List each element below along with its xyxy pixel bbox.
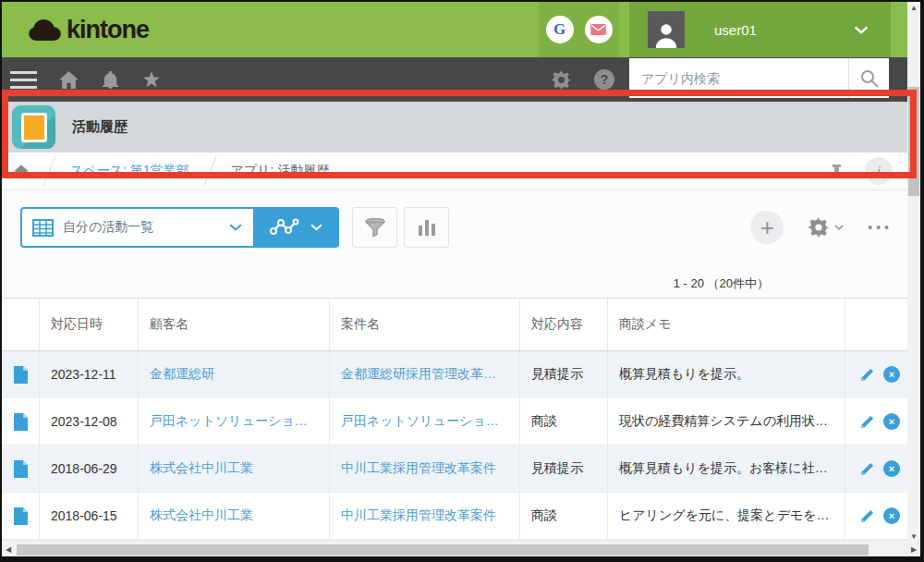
- cell-type: 商談: [520, 398, 608, 445]
- row-actions: ×: [845, 398, 907, 445]
- bar-chart-icon: [419, 220, 435, 236]
- vertical-scrollbar[interactable]: ▲ ▼: [907, 2, 920, 544]
- cell-date: 2018-06-15: [40, 493, 139, 539]
- scroll-down-arrow[interactable]: ▼: [907, 531, 920, 544]
- search-input[interactable]: [629, 58, 848, 98]
- horizontal-scrollbar[interactable]: ◀ ▶: [2, 544, 920, 556]
- cell-date: 2018-06-29: [40, 446, 139, 492]
- table-header-row: 対応日時 顧客名 案件名 対応内容 商談メモ: [2, 298, 907, 351]
- record-actions: + •••: [750, 207, 893, 248]
- cell-memo: 概算見積もりを提示。: [608, 351, 845, 397]
- scroll-right-arrow[interactable]: ▶: [907, 544, 920, 556]
- cell-customer-link[interactable]: 戸田ネットソリューショ…: [139, 398, 330, 445]
- view-dropdown[interactable]: 自分の活動一覧: [22, 209, 253, 246]
- filter-button[interactable]: [352, 207, 397, 248]
- cell-case-link[interactable]: 金都運総研採用管理改革…: [330, 351, 520, 397]
- scroll-up-arrow[interactable]: ▲: [907, 2, 920, 15]
- row-actions: ×: [845, 446, 907, 492]
- add-record-button[interactable]: +: [750, 211, 784, 244]
- cell-type: 商談: [520, 493, 608, 539]
- global-navbar: ?: [2, 57, 907, 102]
- cell-case-link[interactable]: 戸田ネットソリューショ…: [330, 398, 520, 445]
- delete-icon[interactable]: ×: [883, 460, 900, 477]
- record-file-icon[interactable]: [2, 446, 40, 492]
- breadcrumb-space-link[interactable]: スペース: 第1営業部: [70, 163, 189, 179]
- breadcrumb-separator: [203, 156, 216, 186]
- home-icon[interactable]: [59, 71, 79, 89]
- breadcrumb-home-icon[interactable]: [14, 165, 29, 178]
- navbar-right-icons: ?: [551, 57, 614, 102]
- header-actions-column: [845, 299, 907, 350]
- app-search-box: [629, 58, 889, 98]
- record-table: 対応日時 顧客名 案件名 対応内容 商談メモ 2023-12-11 金都運総研 …: [2, 298, 907, 550]
- avatar: [648, 11, 685, 48]
- chevron-down-icon: [854, 26, 869, 34]
- star-icon[interactable]: [142, 71, 161, 89]
- horizontal-scrollbar-thumb[interactable]: [17, 544, 869, 556]
- global-header: kintone G user01: [2, 2, 907, 57]
- cell-type: 見積提示: [520, 351, 608, 397]
- app-icon: [12, 105, 55, 149]
- app-settings-button[interactable]: [808, 216, 844, 238]
- cell-customer-link[interactable]: 株式会社中川工業: [139, 493, 330, 539]
- search-button[interactable]: [848, 58, 889, 98]
- cell-type: 見積提示: [520, 446, 608, 492]
- edit-icon[interactable]: [859, 461, 875, 477]
- pagination-label: 1 - 20 （20件中）: [674, 275, 769, 292]
- record-file-icon[interactable]: [2, 351, 40, 397]
- help-icon[interactable]: ?: [594, 69, 614, 90]
- graph-view-button[interactable]: [253, 209, 337, 246]
- cell-memo: 現状の経費精算システムの利用状…: [608, 398, 845, 445]
- record-file-icon[interactable]: [2, 493, 40, 539]
- google-icon[interactable]: G: [546, 16, 574, 43]
- kintone-logo[interactable]: kintone: [28, 16, 149, 44]
- header-type: 対応内容: [520, 299, 608, 350]
- chart-button[interactable]: [404, 207, 449, 248]
- scroll-left-arrow[interactable]: ◀: [2, 544, 15, 556]
- cell-memo: 概算見積もりを提示。お客様に社…: [608, 446, 845, 492]
- kintone-app-window: kintone G user01: [0, 0, 924, 562]
- row-actions: ×: [845, 493, 907, 539]
- line-chart-icon: [269, 217, 302, 238]
- info-icon[interactable]: i: [865, 157, 893, 185]
- gear-icon[interactable]: [551, 69, 572, 91]
- cell-customer-link[interactable]: 株式会社中川工業: [139, 446, 330, 492]
- search-icon: [860, 69, 879, 88]
- vertical-scrollbar-thumb[interactable]: [908, 87, 919, 196]
- logo-text: kintone: [67, 16, 149, 44]
- cell-date: 2023-12-11: [40, 351, 139, 397]
- hamburger-menu-icon[interactable]: [10, 71, 37, 89]
- bell-icon[interactable]: [103, 71, 118, 89]
- cell-customer-link[interactable]: 金都運総研: [139, 351, 330, 397]
- cloud-icon: [28, 19, 61, 41]
- header-icon-column: [2, 299, 40, 350]
- row-actions: ×: [845, 351, 907, 397]
- edit-icon[interactable]: [859, 367, 875, 383]
- mail-icon[interactable]: [585, 16, 613, 43]
- edit-icon[interactable]: [859, 508, 875, 524]
- table-row: 2018-06-29 株式会社中川工業 中川工業採用管理改革案件 見積提示 概算…: [2, 446, 907, 493]
- service-icons-block: G: [539, 2, 619, 57]
- record-file-icon[interactable]: [2, 398, 40, 445]
- user-name: user01: [714, 22, 757, 38]
- table-view-icon: [32, 219, 54, 237]
- more-options-button[interactable]: •••: [868, 220, 893, 235]
- cell-case-link[interactable]: 中川工業採用管理改革案件: [330, 446, 520, 492]
- breadcrumb-separator: [43, 156, 56, 186]
- table-row: 2023-12-08 戸田ネットソリューショ… 戸田ネットソリューショ… 商談 …: [2, 398, 907, 446]
- chevron-down-icon: [229, 224, 242, 231]
- table-row: 2023-12-11 金都運総研 金都運総研採用管理改革… 見積提示 概算見積も…: [2, 351, 907, 398]
- delete-icon[interactable]: ×: [883, 366, 900, 383]
- gear-icon: [808, 216, 830, 238]
- current-view-name: 自分の活動一覧: [63, 219, 153, 236]
- cell-case-link[interactable]: 中川工業採用管理改革案件: [330, 493, 520, 539]
- page-title: 活動履歴: [72, 118, 128, 136]
- breadcrumb-app-label: アプリ: 活動履歴: [231, 163, 330, 179]
- delete-icon[interactable]: ×: [883, 507, 900, 524]
- person-icon: [652, 20, 680, 48]
- user-menu[interactable]: user01: [629, 2, 891, 57]
- delete-icon[interactable]: ×: [883, 413, 900, 430]
- breadcrumb: スペース: 第1営業部 アプリ: 活動履歴 i: [2, 153, 907, 190]
- pin-icon[interactable]: [831, 165, 843, 178]
- edit-icon[interactable]: [859, 414, 875, 430]
